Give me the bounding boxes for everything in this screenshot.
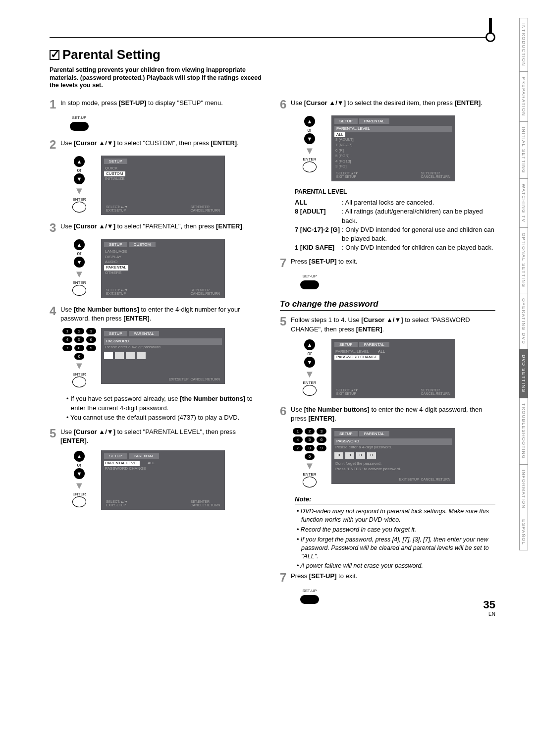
cursor-down-icon: ▼ [304,133,315,144]
cursor-up-icon: ▲ [304,339,315,350]
step-number: 5 [50,428,60,445]
setup-button-icon [300,595,319,604]
arrow-down-icon: ▼ [74,480,84,491]
or-label: or [77,251,82,256]
side-tab: INFORMATION [519,464,528,514]
osd-tab: SETUP [334,342,358,347]
arrow-down-icon: ▼ [305,460,315,472]
note-item: A power failure will not erase your pass… [297,562,495,570]
step-number: 7 [280,257,291,269]
enter-button-icon [303,385,317,396]
osd-tab: SETUP [104,453,127,459]
enter-label: ENTER [72,197,86,202]
osd-item: OTHERS [104,270,222,276]
step-text: In stop mode, press [SET-UP] to display … [60,99,265,110]
osd-item: 5 [PGR] [334,154,452,159]
arrow-down-icon: ▼ [74,269,84,280]
cursor-down-icon: ▼ [74,173,85,184]
osd-tab: PARENTAL [359,342,389,347]
step-text: Use [Cursor ▲/▼] to select "PARENTAL", t… [60,222,265,234]
osd-screen: SETUPPARENTAL PARENTAL LEVELALL PASSWORD… [101,450,225,510]
step-text: Use [Cursor ▲/▼] to select "PARENTAL LEV… [60,428,265,445]
bullet-item: You cannot use the default password (473… [66,413,265,423]
header-rule [50,37,495,38]
osd-item: QUICK [104,166,222,171]
step-number: 1 [50,99,60,110]
osd-item: LANGUAGE [104,249,222,255]
osd-screen: SETUPPARENTAL PARENTAL LEVELALL PASSWORD… [331,339,455,398]
cursor-down-icon: ▼ [74,468,85,479]
side-tab: OPTIONAL SETTING [519,227,528,293]
osd-screen: SETUPPARENTAL PARENTAL LEVEL ALL 8 [ADUL… [331,115,455,181]
osd-item-selected: ALL [334,132,345,138]
or-label: or [308,127,312,133]
setup-button-label: SET-UP [303,274,317,278]
osd-item-selected: PARENTAL LEVEL [104,461,140,466]
note-item: Record the password in case you forget i… [297,526,495,534]
intro-text: Parental setting prevents your children … [50,66,268,90]
side-tab: ESPAÑOL [519,514,528,550]
side-tab: OPERATING DVD [519,293,528,350]
cursor-up-icon: ▲ [74,239,85,250]
osd-item: 6 [R] [334,148,452,154]
setup-button-icon [300,280,319,289]
osd-item: DISPLAY [104,255,222,260]
osd-prompt: Please enter a 4-digit password. [104,345,222,350]
osd-tab: SETUP [334,431,358,436]
note-item: DVD-video may not respond to parental lo… [297,507,495,524]
note-item: If you forget the password, press [4], [… [297,536,495,561]
osd-item: PASSWORD CHANGE [104,466,222,472]
cursor-up-icon: ▲ [74,451,85,462]
osd-screen: SETUPPARENTAL PASSWORD Please enter a 4-… [101,328,225,384]
enter-label: ENTER [72,492,86,496]
side-tab: INTRODUCTION [519,18,528,72]
osd-tab: PARENTAL [129,331,159,336]
step-text: Use [Cursor ▲/▼] to select the desired i… [291,99,495,110]
checkmark-icon [50,50,59,60]
enter-button-icon [72,377,86,387]
osd-item-selected: PASSWORD CHANGE [334,355,379,360]
change-password-heading: To change the password [280,299,495,311]
side-tab-active: DVD SETTING [519,349,528,398]
step-text: Follow steps 1 to 4. Use [Cursor ▲/▼] to… [291,316,495,333]
cursor-up-icon: ▲ [304,116,315,127]
arrow-down-icon: ▼ [74,360,84,372]
parental-level-table: ALL: All parental locks are canceled. 8 … [295,198,495,252]
side-tab: TROUBLESHOOTING [519,398,528,465]
side-tab: PREPARATION [519,71,528,122]
enter-button-icon [303,477,317,487]
arrow-down-icon: ▼ [74,185,84,197]
number-pad-icon: 123 456 789 0 [62,328,96,360]
setup-button-icon [70,122,89,131]
enter-button-icon [72,496,86,507]
page-number: 35 [483,598,495,611]
osd-item: 8 [ADULT] [334,137,452,143]
step-text: Use [the Number buttons] to enter the 4-… [60,305,265,323]
header-ornament-circle [485,32,495,42]
enter-label: ENTER [303,472,316,477]
osd-item: PARENTAL LEVEL [334,349,370,355]
enter-button-icon [72,202,86,213]
osd-screen: SETUP QUICK CUSTOM INITIALIZE SELECT:▲/▼… [101,156,225,215]
step-number: 4 [50,305,60,323]
step-number: 3 [50,222,60,234]
step-number: 7 [280,572,291,584]
osd-tab: PARENTAL [129,453,159,459]
or-label: or [77,462,82,468]
side-tab: INITIAL SETTING [519,121,528,179]
osd-item: 4 [PG13] [334,159,452,164]
step-number: 5 [280,316,291,333]
osd-tab: PARENTAL [359,431,389,436]
osd-tab: CUSTOM [129,242,156,247]
step-text: Use [Cursor ▲/▼] to select "CUSTOM", the… [60,139,265,151]
step-text: Press [SET-UP] to exit. [291,257,495,269]
osd-value: ALL [378,349,385,355]
arrow-down-icon: ▼ [305,145,315,157]
osd-screen: SETUPPARENTAL PASSWORD Please enter a 4-… [331,428,455,484]
step-text: Use [the Number buttons] to enter the ne… [291,405,495,423]
section-tabs: INTRODUCTION PREPARATION INITIAL SETTING… [519,18,528,550]
step-number: 6 [280,99,291,110]
number-pad-icon: 123 456 789 0 [293,428,326,460]
password-boxes: 0000 [334,452,452,459]
cursor-down-icon: ▼ [74,257,85,268]
